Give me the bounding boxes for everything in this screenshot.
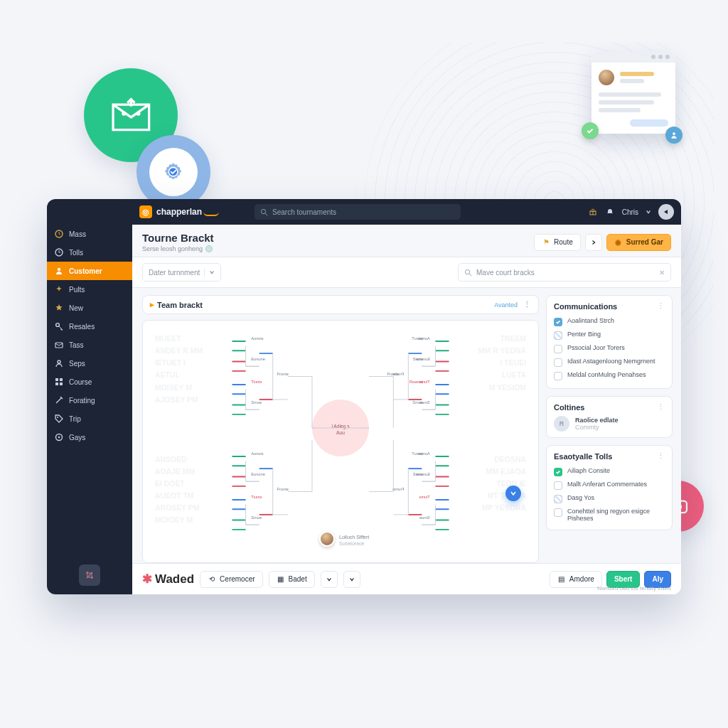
sidebar-item-label: Customer [69,267,102,275]
list-item[interactable]: Aoalintand Strch [554,315,665,328]
sidebar-item-trip[interactable]: Trip [47,410,132,428]
more-icon[interactable]: ⋮ [657,301,665,311]
footer-btn-3[interactable]: ▤Amdore [550,571,602,588]
brand-logo-icon: ◎ [139,205,152,218]
svg-text:Eonone: Eonone [251,357,265,361]
more-icon[interactable]: ⋮ [657,451,665,461]
tag-icon [54,414,64,424]
svg-text:Sione: Sione [413,472,424,476]
svg-text:Tunae: Tunae [412,336,423,341]
sidebar-item-new[interactable]: New [47,299,132,317]
svg-text:Fronte: Fronte [277,372,288,376]
svg-text:TNEEM: TNEEM [500,335,526,343]
topbar-user-label[interactable]: Chris [622,208,638,216]
footer-chevron-1[interactable] [321,571,338,588]
communications-title: Communications [554,302,617,311]
checkbox-icon[interactable] [554,468,562,476]
layers-icon: ▤ [557,575,566,584]
target-icon: ◉ [614,238,623,247]
topbar-avatar[interactable] [658,204,674,220]
sidebar-item-course[interactable]: Course [47,373,132,391]
bracket-avatar[interactable] [319,531,335,547]
sidebar-item-label: Resales [69,323,95,331]
svg-text:AETUL: AETUL [155,371,180,379]
sidebar-item-customer[interactable]: Customer [47,262,132,280]
svg-text:I TEUEI: I TEUEI [500,359,526,367]
list-item[interactable]: Conehttel sing regyon esigce Pisheses [554,505,665,524]
sidebar-item-label: Pults [69,286,85,294]
brand[interactable]: ◎ chapperlan [139,205,219,218]
footer-chevron-2[interactable] [343,571,360,588]
bracket-panel-header: ▸ Team brackt Avanted ⋮ [142,295,539,314]
sidebar-item-label: Trip [69,415,81,423]
svg-point-18 [57,417,58,418]
svg-text:ANDEY R MM: ANDEY R MM [155,347,203,355]
checkbox-icon[interactable] [554,331,562,340]
checkbox-icon[interactable] [554,345,562,353]
coltines-panel: Coltines⋮ R Raolice edlate Commty [546,396,673,438]
collaborator-avatar[interactable]: R [554,416,569,432]
sidebar-item-mass[interactable]: Mass [47,225,132,243]
list-item-label: Penter Bing [567,331,601,338]
footer-brand[interactable]: ✱Waded [142,572,194,587]
chevron-down-icon[interactable] [646,209,651,215]
svg-text:MP YESORA: MP YESORA [482,504,527,512]
toolbar-search[interactable]: Mave court bracks ✕ [458,263,671,282]
checkbox-icon[interactable] [554,495,562,503]
clear-icon[interactable]: ✕ [659,269,665,277]
topbar-bell-icon[interactable] [605,207,615,217]
more-icon[interactable]: ⋮ [657,402,665,412]
list-item-label: Ailiaph Consite [567,467,610,474]
svg-text:Tunae: Tunae [412,451,423,456]
toolbar: Dater turnnment Mave court bracks ✕ [132,257,681,288]
checkbox-icon[interactable] [554,358,562,367]
sidebar-item-label: Tass [69,341,84,349]
list-item[interactable]: Idast Astagenloong Nemgrnent [554,355,665,369]
svg-text:Auu: Auu [336,430,345,435]
caret-icon: ▸ [150,300,154,309]
status-dot-icon [205,245,213,252]
list-item[interactable]: Mallt Anferart Commernates [554,478,665,492]
sidebar-item-resales[interactable]: Resales [47,317,132,336]
topbar-search[interactable]: Search tournaments [255,204,461,220]
toolbar-filter-select[interactable]: Dater turnnment [142,263,221,282]
svg-text:MM R YEDNA: MM R YEDNA [478,347,527,355]
coltines-title: Coltines [554,403,584,412]
hero-gear-bubble [136,135,210,209]
list-item[interactable]: Pssocial Joor Torers [554,342,665,355]
clock-icon [54,247,64,257]
footer-btn-1[interactable]: ⟲Ceremocer [200,571,262,588]
list-item[interactable]: Meldal conMulng Penahses [554,369,665,382]
tools-panel: Esaotyalle Tolls⋮ Ailiaph ConsiteMallt A… [546,445,673,530]
checkbox-icon[interactable] [554,318,562,326]
more-icon[interactable]: ⋮ [523,300,531,309]
bracket-canvas[interactable]: MUEETANDEY R MMIETUET IAETULMOISEY MAJOS… [142,320,539,563]
checkbox-icon[interactable] [554,481,562,490]
header-action-button[interactable]: ⚑ Route [534,234,581,251]
list-item[interactable]: Dasg Yos [554,492,665,505]
sidebar-footer-icon[interactable] [79,564,100,586]
grid-icon [54,377,64,387]
checkbox-icon[interactable] [554,508,562,517]
svg-point-0 [122,111,126,115]
header-primary-button[interactable]: ◉ Surred Gar [606,234,671,251]
footer-hint: Nwntord oed ins tensity inwnt [597,585,671,592]
sidebar-item-forating[interactable]: Forating [47,391,132,410]
bracket-fab-check[interactable] [505,486,521,501]
sidebar-item-pults[interactable]: Pults [47,280,132,299]
checkbox-icon[interactable] [554,372,562,380]
svg-text:AOAJE MM: AOAJE MM [155,468,196,476]
topbar-gift-icon[interactable] [588,207,598,217]
sidebar-item-seps[interactable]: Seps [47,354,132,373]
svg-rect-16 [55,382,58,385]
sidebar-item-tolls[interactable]: Tolls [47,243,132,262]
footer-btn-2[interactable]: ▦Badet [269,571,315,588]
svg-rect-17 [60,382,63,385]
sidebar-item-tass[interactable]: Tass [47,336,132,354]
list-item[interactable]: Ailiaph Consite [554,465,665,478]
key-icon [54,321,64,331]
list-item[interactable]: Penter Bing [554,328,665,342]
wand-icon [54,395,64,405]
sidebar-item-gays[interactable]: Gays [47,428,132,446]
header-next-button[interactable] [585,234,602,251]
